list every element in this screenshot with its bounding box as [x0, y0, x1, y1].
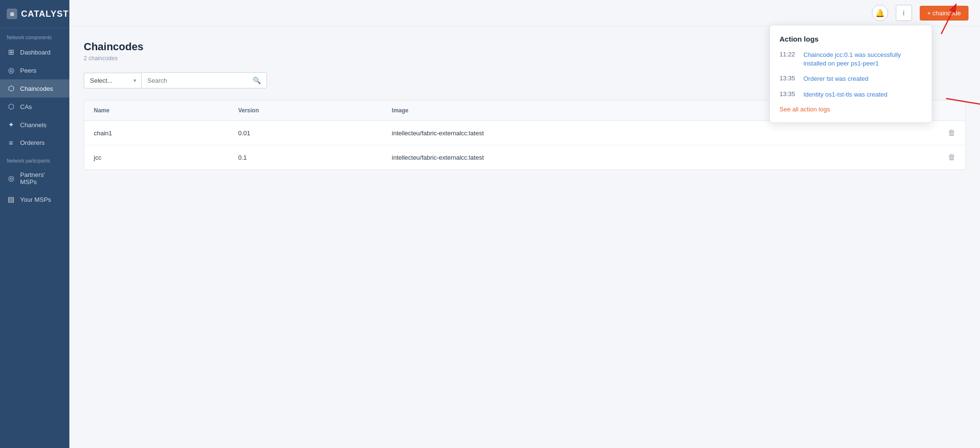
add-chaincode-button[interactable]: + chaincode — [920, 6, 969, 21]
sidebar-item-label: Dashboard — [20, 49, 51, 56]
action-logs-popup: Action logs 11:22 Chaincode jcc:0.1 was … — [769, 25, 932, 123]
sidebar-item-label: Peers — [20, 67, 36, 74]
orderers-icon: ≡ — [7, 139, 15, 147]
network-participants-label: Network participants — [0, 152, 69, 166]
sidebar-item-label: Channels — [20, 121, 46, 129]
channels-icon: ✦ — [7, 120, 15, 129]
sidebar-item-label: Orderers — [20, 139, 45, 146]
log-message: Identity os1-tst-tls was created — [803, 90, 888, 99]
sidebar-item-label: CAs — [20, 103, 32, 110]
table-body: chain1 0.01 intellecteu/fabric-externalc… — [84, 121, 965, 170]
table-row: jcc 0.1 intellecteu/fabric-externalcc:la… — [84, 145, 965, 170]
row-name: jcc — [84, 145, 229, 170]
log-time: 13:35 — [780, 75, 798, 82]
sidebar-item-chaincodes[interactable]: ⬡ Chaincodes — [0, 79, 69, 98]
sidebar-item-channels[interactable]: ✦ Channels — [0, 116, 69, 134]
row-name: chain1 — [84, 121, 229, 145]
row-image: intellecteu/fabric-externalcc:latest — [382, 121, 811, 145]
sidebar-item-label: Your MSPs — [20, 196, 51, 203]
log-entry: 13:35 Identity os1-tst-tls was created — [780, 90, 922, 99]
chaincodes-icon: ⬡ — [7, 84, 15, 93]
bell-icon: 🔔 — [875, 9, 885, 18]
col-version: Version — [229, 100, 382, 121]
search-wrapper: 🔍 — [141, 72, 267, 88]
app-title: CATALYST — [21, 9, 69, 19]
sidebar-item-label: Partners' MSPs — [20, 171, 63, 186]
row-image: intellecteu/fabric-externalcc:latest — [382, 145, 811, 170]
sidebar-item-cas[interactable]: ⬡ CAs — [0, 98, 69, 116]
row-version: 0.01 — [229, 121, 382, 145]
search-button[interactable]: 🔍 — [247, 73, 267, 88]
col-name: Name — [84, 100, 229, 121]
log-message: Orderer tst was created — [803, 75, 869, 83]
search-icon: 🔍 — [253, 76, 261, 84]
sidebar-item-peers[interactable]: ◎ Peers — [0, 61, 69, 79]
sidebar: ⊞ CATALYST ‹ Network components ⊞ Dashbo… — [0, 0, 69, 448]
sidebar-item-your-msps[interactable]: ▤ Your MSPs — [0, 190, 69, 208]
sidebar-item-dashboard[interactable]: ⊞ Dashboard — [0, 43, 69, 61]
delete-button[interactable]: 🗑 — [948, 153, 956, 162]
filter-select-wrapper: Select... ▾ — [84, 73, 141, 88]
delete-button[interactable]: 🗑 — [948, 129, 956, 137]
peers-icon: ◎ — [7, 66, 15, 75]
network-components-label: Network components — [0, 28, 69, 43]
log-time: 11:22 — [780, 51, 798, 58]
row-version: 0.1 — [229, 145, 382, 170]
table-row: chain1 0.01 intellecteu/fabric-externalc… — [84, 121, 965, 145]
search-input[interactable] — [142, 73, 247, 88]
topbar: 🔔 i + chaincode — [69, 0, 980, 26]
log-message: Chaincode jcc:0.1 was successfully insta… — [803, 51, 922, 68]
row-actions: 🗑 — [810, 145, 965, 170]
action-logs-title: Action logs — [780, 35, 922, 43]
bell-button[interactable]: 🔔 — [872, 5, 888, 21]
your-msps-icon: ▤ — [7, 195, 15, 204]
filter-select[interactable]: Select... — [84, 73, 141, 88]
row-actions: 🗑 — [810, 121, 965, 145]
dashboard-icon: ⊞ — [7, 48, 15, 56]
partners-msps-icon: ◎ — [7, 174, 15, 183]
main-content: 🔔 i + chaincode Chaincodes 2 chaincodes … — [69, 0, 980, 448]
app-logo: ⊞ CATALYST ‹ — [0, 0, 69, 28]
sidebar-item-orderers[interactable]: ≡ Orderers — [0, 134, 69, 152]
log-entry: 11:22 Chaincode jcc:0.1 was successfully… — [780, 51, 922, 68]
col-image: Image — [382, 100, 811, 121]
info-icon: i — [903, 9, 904, 17]
cas-icon: ⬡ — [7, 102, 15, 111]
log-entry: 13:35 Orderer tst was created — [780, 75, 922, 83]
see-all-action-logs-link[interactable]: See all action logs — [780, 106, 922, 113]
info-button[interactable]: i — [896, 5, 912, 21]
log-time: 13:35 — [780, 90, 798, 98]
sidebar-item-partners-msps[interactable]: ◎ Partners' MSPs — [0, 166, 69, 190]
logo-icon: ⊞ — [7, 9, 17, 19]
sidebar-item-label: Chaincodes — [20, 85, 53, 92]
